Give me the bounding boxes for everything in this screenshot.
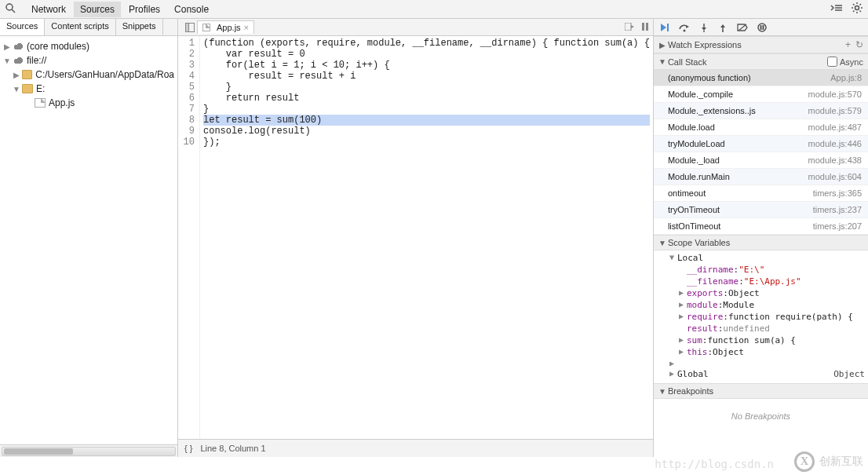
scope-global[interactable]: ▶GlobalObject bbox=[654, 368, 868, 380]
code-line[interactable]: for(let i = 1; i < 10; i++) { bbox=[203, 60, 650, 71]
scope-section-header[interactable]: ▼Scope Variables bbox=[654, 235, 868, 250]
panel-tab-sources[interactable]: Sources bbox=[74, 2, 121, 17]
svg-point-26 bbox=[722, 31, 724, 32]
scope-var[interactable]: __filename: "E:\App.js" bbox=[654, 276, 868, 287]
svg-marker-17 bbox=[661, 24, 666, 31]
navigator-scrollbar[interactable] bbox=[0, 444, 177, 457]
panel-tab-console[interactable]: Console bbox=[168, 2, 215, 17]
folder-icon bbox=[22, 84, 33, 93]
tree-core-modules[interactable]: ▶(core modules) bbox=[0, 39, 177, 53]
navigator-tab[interactable]: Snippets bbox=[116, 19, 163, 35]
step-out-icon[interactable] bbox=[718, 23, 728, 32]
callstack-section-header[interactable]: ▼Call Stack Async bbox=[654, 53, 868, 70]
panel-tab-profiles[interactable]: Profiles bbox=[122, 2, 166, 17]
breakpoints-section-header[interactable]: ▼Breakpoints bbox=[654, 383, 868, 399]
navigator-tab[interactable]: Content scripts bbox=[45, 19, 115, 35]
callstack-frame[interactable]: Module._compilemodule.js:570 bbox=[654, 86, 868, 103]
frame-location: timers.js:365 bbox=[813, 188, 862, 198]
code-line[interactable]: } bbox=[203, 82, 650, 93]
scope-proto[interactable]: ▶ bbox=[654, 358, 868, 368]
section-label: Scope Variables bbox=[668, 238, 730, 247]
code-line[interactable]: } bbox=[203, 104, 650, 115]
callstack-frame[interactable]: tryOnTimeouttimers.js:237 bbox=[654, 202, 868, 218]
add-watch-icon[interactable]: + bbox=[845, 39, 851, 50]
code-line[interactable]: console.log(result) bbox=[203, 126, 650, 137]
file-tab-label: App.js bbox=[217, 23, 241, 32]
step-over-icon[interactable] bbox=[679, 23, 690, 32]
callstack-frame[interactable]: tryModuleLoadmodule.js:446 bbox=[654, 136, 868, 152]
tree-label: (core modules) bbox=[27, 41, 89, 52]
callstack-list: (anonymous function)App.js:8Module._comp… bbox=[654, 70, 868, 235]
svg-point-20 bbox=[683, 29, 685, 31]
pause-icon[interactable] bbox=[642, 22, 648, 33]
scope-var[interactable]: ▶sum: function sum(a) { bbox=[654, 334, 868, 346]
code-line[interactable]: (function (exports, require, module, __f… bbox=[203, 38, 650, 49]
refresh-watch-icon[interactable]: ↻ bbox=[855, 39, 863, 50]
tree-file-origin[interactable]: ▼file:// bbox=[0, 53, 177, 68]
code-line[interactable]: result = result + i bbox=[203, 71, 650, 82]
navigator-toggle-icon[interactable] bbox=[183, 23, 197, 32]
scope-var[interactable]: ▶module: Module bbox=[654, 299, 868, 311]
frame-location: module.js:604 bbox=[808, 172, 863, 181]
navigator-tab[interactable]: Sources bbox=[0, 19, 45, 35]
tree-label: E: bbox=[36, 83, 45, 94]
frame-function: tryModuleLoad bbox=[668, 139, 725, 148]
run-snippet-icon[interactable] bbox=[625, 22, 634, 33]
svg-rect-12 bbox=[186, 23, 189, 31]
svg-point-2 bbox=[855, 6, 859, 10]
resume-icon[interactable] bbox=[660, 23, 669, 32]
file-icon bbox=[202, 24, 210, 31]
async-checkbox[interactable] bbox=[827, 57, 837, 67]
debugger-panel: ▶Watch Expressions +↻ ▼Call Stack Async … bbox=[654, 19, 868, 457]
search-icon[interactable] bbox=[5, 2, 17, 16]
scope-var[interactable]: ▶this: Object bbox=[654, 346, 868, 358]
code-line[interactable]: return result bbox=[203, 93, 650, 104]
watch-section-header[interactable]: ▶Watch Expressions +↻ bbox=[654, 36, 868, 53]
pause-on-exceptions-icon[interactable] bbox=[757, 23, 767, 32]
file-tree[interactable]: ▶(core modules) ▼file:// ▶C:/Users/GanHu… bbox=[0, 36, 177, 444]
code-area[interactable]: (function (exports, require, module, __f… bbox=[200, 36, 653, 439]
callstack-frame[interactable]: Module.runMainmodule.js:604 bbox=[654, 169, 868, 185]
code-line[interactable]: var result = 0 bbox=[203, 49, 650, 60]
callstack-frame[interactable]: Module.loadmodule.js:487 bbox=[654, 119, 868, 136]
callstack-frame[interactable]: (anonymous function)App.js:8 bbox=[654, 70, 868, 86]
editor-panel: App.js × 12345678910 (function (exports,… bbox=[178, 19, 654, 457]
format-button[interactable]: { } bbox=[184, 444, 192, 453]
scope-var[interactable]: ▶exports: Object bbox=[654, 287, 868, 299]
svg-line-9 bbox=[853, 11, 855, 13]
scope-var[interactable]: result: undefined bbox=[654, 323, 868, 334]
callstack-frame[interactable]: ontimeouttimers.js:365 bbox=[654, 185, 868, 202]
deactivate-breakpoints-icon[interactable] bbox=[737, 24, 748, 31]
svg-rect-15 bbox=[642, 23, 644, 31]
step-into-icon[interactable] bbox=[699, 23, 709, 32]
settings-gear-icon[interactable] bbox=[851, 2, 863, 16]
callstack-frame[interactable]: listOnTimeouttimers.js:207 bbox=[654, 218, 868, 235]
frame-location: module.js:438 bbox=[808, 155, 863, 165]
code-line[interactable]: }); bbox=[203, 137, 650, 148]
svg-marker-19 bbox=[686, 25, 689, 28]
svg-point-23 bbox=[703, 31, 705, 32]
frame-function: (anonymous function) bbox=[668, 73, 751, 82]
tree-folder-e[interactable]: ▼E: bbox=[0, 82, 177, 96]
svg-rect-13 bbox=[625, 23, 631, 31]
debugger-toolbar bbox=[654, 19, 868, 36]
async-toggle[interactable]: Async bbox=[827, 57, 863, 67]
frame-location: module.js:579 bbox=[808, 106, 863, 115]
code-editor[interactable]: 12345678910 (function (exports, require,… bbox=[178, 36, 653, 439]
panel-tab-network[interactable]: Network bbox=[25, 2, 72, 17]
code-line[interactable]: let result = sum(100) bbox=[203, 115, 650, 126]
svg-marker-25 bbox=[720, 24, 725, 27]
scope-local[interactable]: ▼Local bbox=[654, 252, 868, 264]
scope-var[interactable]: ▶require: function require(path) { bbox=[654, 311, 868, 323]
show-drawer-icon[interactable] bbox=[830, 3, 843, 15]
tree-file-appjs[interactable]: App.js bbox=[0, 96, 177, 110]
module-icon bbox=[13, 42, 24, 51]
tree-label: file:// bbox=[27, 55, 46, 66]
file-tab-appjs[interactable]: App.js × bbox=[197, 20, 254, 34]
callstack-frame[interactable]: Module._extensions..jsmodule.js:579 bbox=[654, 103, 868, 119]
scope-var[interactable]: __dirname: "E:\" bbox=[654, 264, 868, 276]
tree-folder-c[interactable]: ▶C:/Users/GanHuan/AppData/Roa bbox=[0, 68, 177, 82]
svg-rect-18 bbox=[667, 24, 669, 31]
close-tab-icon[interactable]: × bbox=[244, 23, 249, 32]
callstack-frame[interactable]: Module._loadmodule.js:438 bbox=[654, 152, 868, 169]
